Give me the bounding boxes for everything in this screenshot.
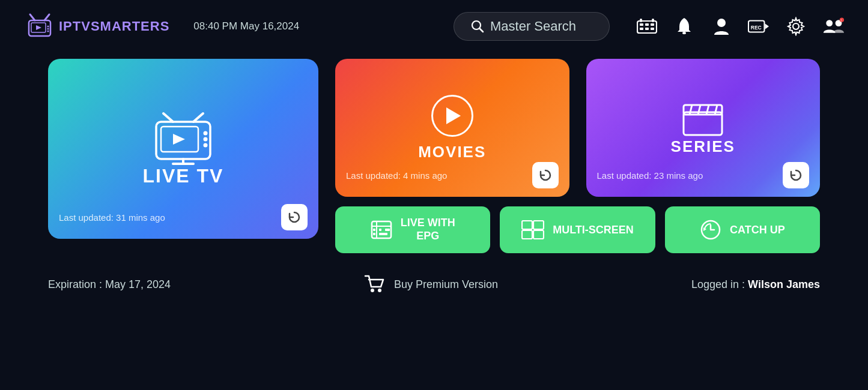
live-tv-title: LIVE TV	[143, 165, 224, 187]
header-icons: REC !	[636, 16, 844, 37]
multi-screen-label: MULTI-SCREEN	[553, 224, 634, 236]
svg-rect-54	[522, 221, 532, 229]
svg-point-34	[204, 131, 208, 135]
cards-row: LIVE TV Last updated: 31 mins ago	[48, 59, 820, 253]
user-icon[interactable]	[711, 16, 732, 37]
svg-line-9	[480, 29, 484, 32]
svg-point-61	[378, 289, 381, 292]
tv-guide-icon[interactable]	[636, 16, 658, 37]
svg-point-24	[793, 23, 799, 29]
svg-marker-22	[765, 23, 769, 29]
movies-refresh-button[interactable]	[532, 162, 559, 188]
live-tv-card[interactable]: LIVE TV Last updated: 31 mins ago	[48, 59, 318, 239]
expiration-text: Expiration : May 17, 2024	[48, 278, 171, 291]
svg-line-29	[163, 113, 173, 122]
series-refresh-button[interactable]	[783, 162, 809, 188]
switch-user-icon[interactable]: !	[822, 16, 844, 37]
svg-point-36	[204, 143, 208, 147]
settings-icon[interactable]	[785, 16, 807, 37]
movies-title: MOVIES	[418, 143, 486, 161]
svg-rect-49	[373, 229, 375, 231]
series-update: Last updated: 23 mins ago	[586, 162, 821, 188]
svg-point-20	[717, 19, 726, 27]
header: IPTVSMARTERS 08:40 PM May 16,2024 Master…	[0, 0, 868, 53]
catchup-icon	[700, 219, 721, 241]
svg-point-7	[47, 31, 49, 32]
svg-rect-13	[651, 23, 654, 26]
logo: IPTVSMARTERS	[24, 11, 169, 42]
buy-premium-button[interactable]: Buy Premium Version	[364, 275, 498, 294]
svg-point-6	[47, 28, 49, 30]
svg-rect-31	[156, 122, 210, 159]
multi-screen-card[interactable]: MULTI-SCREEN	[500, 206, 655, 253]
svg-rect-55	[533, 221, 544, 229]
right-column: MOVIES Last updated: 4 mins ago	[335, 59, 820, 253]
search-placeholder: Master Search	[490, 19, 576, 34]
record-icon[interactable]: REC	[748, 16, 769, 37]
svg-rect-15	[645, 28, 649, 30]
svg-line-42	[698, 105, 700, 115]
movies-update: Last updated: 4 mins ago	[335, 162, 569, 188]
svg-rect-12	[645, 23, 649, 26]
movies-play-triangle	[446, 107, 461, 124]
logo-icon	[24, 11, 55, 42]
top-right-row: MOVIES Last updated: 4 mins ago	[335, 59, 820, 197]
catch-up-card[interactable]: CATCH UP	[665, 206, 820, 253]
svg-rect-17	[640, 19, 642, 22]
svg-line-30	[193, 113, 203, 122]
username: Wilson James	[748, 278, 820, 290]
svg-rect-52	[373, 233, 375, 235]
movies-play-circle	[431, 95, 473, 137]
live-with-epg-label: LIVE WITH EPG	[401, 217, 455, 242]
svg-line-43	[706, 105, 709, 115]
svg-rect-18	[652, 19, 654, 22]
movies-update-text: Last updated: 4 mins ago	[346, 170, 447, 181]
live-tv-refresh-button[interactable]	[281, 204, 308, 230]
svg-marker-4	[36, 25, 41, 30]
svg-marker-33	[173, 134, 185, 145]
svg-rect-39	[684, 112, 722, 135]
svg-rect-50	[379, 229, 381, 231]
clapperboard-icon	[681, 100, 724, 137]
svg-point-25	[826, 20, 833, 26]
svg-rect-53	[379, 233, 387, 235]
svg-rect-11	[640, 23, 643, 26]
svg-rect-16	[651, 28, 654, 30]
search-bar[interactable]: Master Search	[454, 12, 610, 41]
svg-text:REC: REC	[751, 25, 762, 31]
svg-point-5	[47, 26, 49, 28]
series-title: SERIES	[671, 137, 735, 156]
svg-rect-51	[385, 229, 390, 231]
catch-up-label: CATCH UP	[730, 224, 785, 236]
svg-rect-10	[637, 21, 657, 33]
bottom-row: LIVE WITH EPG MULTI-SCREEN	[335, 206, 820, 253]
main-content: LIVE TV Last updated: 31 mins ago	[0, 53, 868, 253]
svg-point-35	[204, 137, 208, 141]
svg-text:!: !	[841, 19, 842, 22]
epg-icon	[371, 220, 392, 239]
svg-rect-14	[640, 28, 643, 30]
live-with-epg-card[interactable]: LIVE WITH EPG	[335, 206, 490, 253]
svg-line-0	[30, 14, 35, 20]
svg-rect-57	[533, 230, 544, 239]
footer: Expiration : May 17, 2024 Buy Premium Ve…	[0, 263, 868, 294]
search-icon	[471, 20, 484, 33]
datetime: 08:40 PM May 16,2024	[193, 20, 299, 32]
multi-screen-icon	[521, 220, 544, 239]
logged-in-text: Logged in : Wilson James	[691, 278, 820, 291]
cart-icon	[364, 275, 386, 294]
movies-card[interactable]: MOVIES Last updated: 4 mins ago	[335, 59, 569, 197]
live-tv-update: Last updated: 31 mins ago	[48, 204, 318, 230]
live-tv-update-text: Last updated: 31 mins ago	[59, 212, 165, 223]
svg-line-44	[715, 105, 717, 115]
series-update-text: Last updated: 23 mins ago	[597, 170, 703, 181]
logo-text: IPTVSMARTERS	[59, 19, 169, 34]
tv-icon	[150, 111, 216, 165]
buy-premium-label: Buy Premium Version	[394, 278, 498, 291]
bell-icon[interactable]	[673, 16, 695, 37]
svg-point-60	[371, 289, 374, 292]
series-card[interactable]: SERIES Last updated: 23 mins ago	[586, 59, 821, 197]
svg-rect-56	[522, 230, 532, 239]
svg-line-1	[44, 14, 49, 20]
svg-rect-19	[682, 32, 686, 34]
